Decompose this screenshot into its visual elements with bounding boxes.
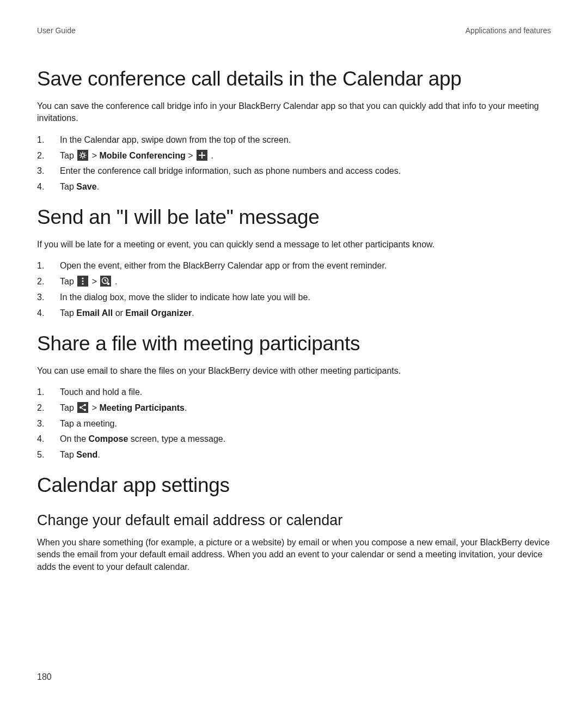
step-text: .	[185, 403, 187, 412]
step-text: Tap	[60, 403, 76, 412]
svg-point-2	[82, 281, 84, 282]
list-item: Enter the conference call bridge informa…	[37, 165, 551, 178]
step-text: Tap a meeting.	[60, 419, 117, 428]
more-vertical-icon	[77, 276, 88, 287]
list-item: Tap > Meeting Participants.	[37, 401, 551, 415]
header-left: User Guide	[37, 26, 76, 35]
step-text: In the Calendar app, swipe down from the…	[60, 135, 291, 144]
header-right: Applications and features	[465, 26, 551, 35]
svg-point-7	[84, 404, 86, 406]
section3-title: Share a file with meeting participants	[37, 332, 551, 355]
section1-title: Save conference call details in the Cale…	[37, 68, 551, 90]
list-item: Tap a meeting.	[37, 417, 551, 431]
svg-point-0	[81, 154, 84, 157]
settings-gear-icon	[77, 150, 88, 161]
section4-sub-intro: When you share something (for example, a…	[37, 537, 551, 573]
step-text: .	[97, 450, 100, 459]
list-item: Tap > Mobile Conferencing > .	[37, 149, 551, 163]
step-text: Tap	[60, 308, 76, 318]
step-text: .	[209, 151, 213, 160]
section3-steps: Touch and hold a file. Tap > Meeting Par…	[37, 386, 551, 462]
step-text: .	[97, 182, 99, 191]
step-bold: Email All	[76, 308, 113, 318]
list-item: Touch and hold a file.	[37, 386, 551, 399]
svg-point-3	[82, 283, 84, 285]
plus-icon	[197, 150, 207, 161]
step-bold: Save	[76, 182, 96, 191]
step-bold: Email Organizer	[125, 308, 192, 318]
step-bold: Mobile Conferencing	[99, 151, 185, 160]
share-icon	[77, 402, 88, 413]
step-text: or	[113, 308, 125, 318]
section1-steps: In the Calendar app, swipe down from the…	[37, 133, 551, 194]
step-separator: >	[89, 403, 99, 412]
step-text: Open the event, either from the BlackBer…	[60, 261, 387, 270]
section2-steps: Open the event, either from the BlackBer…	[37, 259, 551, 320]
section3-intro: You can use email to share the files on …	[37, 365, 551, 377]
step-text: .	[112, 277, 117, 286]
section4-sub-title: Change your default email address or cal…	[37, 512, 551, 529]
step-text: Tap	[60, 277, 76, 286]
step-separator: >	[89, 151, 99, 160]
step-bold: Compose	[88, 434, 128, 443]
page-number: 180	[37, 672, 52, 682]
step-text: In the dialog box, move the slider to in…	[60, 293, 310, 302]
page-header: User Guide Applications and features	[37, 26, 551, 35]
step-text: Tap	[60, 450, 76, 459]
list-item: In the Calendar app, swipe down from the…	[37, 133, 551, 147]
svg-point-5	[107, 283, 109, 285]
list-item: Tap Save.	[37, 180, 551, 194]
step-bold: Send	[76, 450, 97, 459]
step-text: Tap	[60, 151, 76, 160]
step-text: Enter the conference call bridge informa…	[60, 166, 401, 175]
clock-late-icon	[100, 276, 111, 287]
section2-title: Send an "I will be late" message	[37, 206, 551, 229]
svg-point-6	[79, 406, 82, 409]
step-text: On the	[60, 434, 88, 443]
svg-point-1	[82, 278, 84, 279]
step-bold: Meeting Participants	[99, 403, 184, 412]
list-item: Open the event, either from the BlackBer…	[37, 259, 551, 273]
step-text: screen, type a message.	[128, 434, 225, 443]
list-item: In the dialog box, move the slider to in…	[37, 291, 551, 305]
section1-intro: You can save the conference call bridge …	[37, 100, 551, 125]
step-separator: >	[186, 151, 195, 160]
step-separator: >	[89, 277, 99, 286]
list-item: On the Compose screen, type a message.	[37, 433, 551, 446]
list-item: Tap Email All or Email Organizer.	[37, 307, 551, 320]
section4-title: Calendar app settings	[37, 474, 551, 497]
step-text: Touch and hold a file.	[60, 387, 142, 397]
list-item: Tap > .	[37, 275, 551, 289]
svg-point-8	[84, 409, 86, 411]
list-item: Tap Send.	[37, 448, 551, 462]
step-text: Tap	[60, 182, 76, 191]
step-text: .	[192, 308, 194, 318]
section2-intro: If you will be late for a meeting or eve…	[37, 239, 551, 251]
